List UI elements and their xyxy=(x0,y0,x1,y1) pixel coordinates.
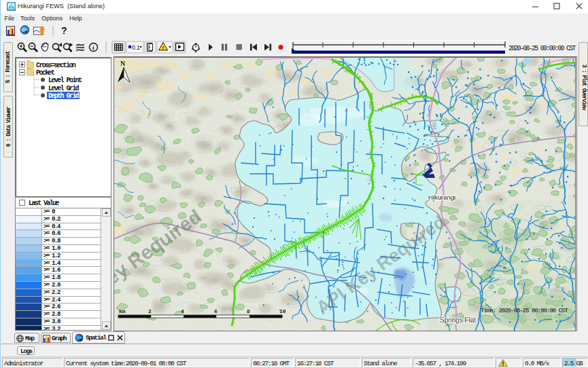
svg-text:Depth Grid: Depth Grid xyxy=(48,92,80,100)
svg-text:2: 2 xyxy=(148,308,152,314)
svg-text:Cross=section: Cross=section xyxy=(36,62,76,69)
svg-text:10: 10 xyxy=(279,308,286,314)
svg-text:2020-08-25 00:00:00 CST: 2020-08-25 00:00:00 CST xyxy=(508,45,576,52)
svg-text:Time: 2020-08-25 00:00:00 CST: Time: 2020-08-25 00:00:00 CST xyxy=(481,307,568,314)
svg-text:Pocket: Pocket xyxy=(36,69,55,77)
svg-text:Level Grid: Level Grid xyxy=(48,85,80,92)
svg-text:?: ? xyxy=(61,25,67,36)
svg-text:!: ! xyxy=(162,45,165,51)
svg-text:4: 4 xyxy=(181,308,184,314)
svg-text:6: 6 xyxy=(214,308,218,314)
svg-text:0.1: 0.1 xyxy=(132,44,140,51)
svg-text:8: 8 xyxy=(247,308,250,314)
svg-text:km: km xyxy=(119,308,126,314)
svg-text:i: i xyxy=(92,44,94,51)
svg-text:SH 1: SH 1 xyxy=(431,122,438,134)
svg-text:Level Point: Level Point xyxy=(48,77,82,84)
svg-text:N: N xyxy=(120,60,126,67)
svg-text:Hikurangi: Hikurangi xyxy=(428,194,455,201)
svg-text:Springs Flat: Springs Flat xyxy=(440,316,477,324)
